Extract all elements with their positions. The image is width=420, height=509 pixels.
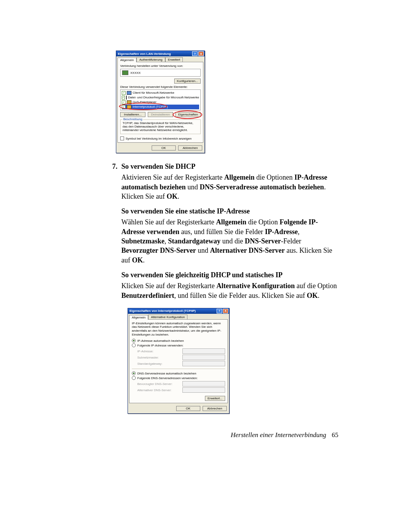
step-number: 7. bbox=[109, 162, 117, 171]
paragraph: Aktivieren Sie auf der Registerkarte All… bbox=[121, 173, 338, 201]
section-heading: So verwenden Sie eine statische IP-Adres… bbox=[121, 206, 338, 216]
dns2-field bbox=[182, 387, 225, 393]
window-title: Eigenschaften von LAN-Verbindung bbox=[118, 52, 191, 56]
tab-panel: Verbindung herstellen unter Verwendung v… bbox=[117, 62, 203, 143]
footer-text: Herstellen einer Internetverbindung bbox=[231, 431, 326, 439]
tcpip-properties-dialog: Eigenschaften von Internetprotokoll (TCP… bbox=[128, 308, 229, 414]
list-item[interactable]: ✓ Datei- und Druckerfreigabe für Microso… bbox=[122, 95, 199, 100]
checkbox-icon[interactable]: ✓ bbox=[122, 105, 126, 109]
tab-allgemein[interactable]: Allgemein bbox=[129, 315, 148, 320]
radio-icon[interactable] bbox=[132, 343, 136, 347]
ok-button[interactable]: OK bbox=[152, 145, 176, 150]
checkbox-icon[interactable]: ✓ bbox=[122, 96, 125, 100]
help-button[interactable]: ? bbox=[192, 51, 198, 56]
adapter-box: XXXXX bbox=[120, 69, 201, 77]
list-item[interactable]: ✓ Client für Microsoft-Netzwerke bbox=[122, 91, 199, 95]
titlebar: Eigenschaften von Internetprotokoll (TCP… bbox=[128, 308, 229, 314]
close-button[interactable]: X bbox=[223, 309, 228, 313]
tab-erweitert[interactable]: Erweitert bbox=[165, 57, 183, 62]
page-footer: Herstellen einer Internetverbindung 65 bbox=[231, 431, 338, 439]
cancel-button[interactable]: Abbrechen bbox=[178, 145, 202, 150]
list-item-tcpip[interactable]: ✓ Internetprotokoll (TCP/IP) bbox=[122, 105, 199, 109]
nic-icon bbox=[122, 70, 128, 75]
protocol-icon bbox=[127, 105, 131, 109]
ok-button[interactable]: OK bbox=[176, 406, 200, 411]
tab-alt-config[interactable]: Alternative Konfiguration bbox=[148, 315, 187, 319]
show-icon-option[interactable]: Symbol bei Verbindung im Infobereich anz… bbox=[120, 136, 201, 140]
radio-manual-dns[interactable]: Folgende DNS-Serveradressen verwenden: bbox=[132, 376, 225, 380]
label-dns2: Alternativer DNS-Server: bbox=[137, 388, 180, 392]
section-heading: So verwenden Sie gleichzeitig DHCP und s… bbox=[121, 270, 338, 280]
label-ip: IP-Adresse: bbox=[137, 350, 180, 353]
intro-text: IP-Einstellungen können automatisch zuge… bbox=[132, 322, 225, 336]
subnet-field bbox=[182, 355, 225, 360]
radio-auto-dns[interactable]: DNS-Serveradresse automatisch beziehen bbox=[132, 371, 225, 375]
titlebar: Eigenschaften von LAN-Verbindung ? X bbox=[116, 51, 205, 56]
list-item[interactable]: ✓ QoS-Paketplaner bbox=[122, 100, 199, 105]
share-icon bbox=[126, 96, 127, 100]
advanced-button[interactable]: Erweitert... bbox=[205, 396, 225, 401]
adapter-name: XXXXX bbox=[130, 71, 141, 75]
radio-icon[interactable] bbox=[132, 376, 136, 380]
checkbox-icon[interactable] bbox=[120, 136, 124, 140]
label-dns1: Bevorzugter DNS-Server: bbox=[137, 382, 180, 386]
radio-icon[interactable] bbox=[132, 339, 136, 343]
configure-button[interactable]: Konfigurieren... bbox=[174, 79, 201, 84]
qos-icon bbox=[127, 100, 131, 104]
client-icon bbox=[127, 91, 131, 95]
close-button[interactable]: X bbox=[198, 51, 204, 56]
uninstall-button[interactable]: Deinstallieren bbox=[148, 112, 173, 117]
connect-using-label: Verbindung herstellen unter Verwendung v… bbox=[120, 64, 201, 68]
window-title: Eigenschaften von Internetprotokoll (TCP… bbox=[130, 309, 216, 313]
tab-allgemein[interactable]: Allgemein bbox=[117, 58, 136, 62]
lan-properties-dialog: Eigenschaften von LAN-Verbindung ? X All… bbox=[116, 51, 205, 153]
label-mask: Subnetzmaske: bbox=[137, 356, 180, 359]
radio-icon[interactable] bbox=[132, 371, 136, 375]
radio-manual-ip[interactable]: Folgende IP-Adresse verwenden: bbox=[132, 343, 225, 347]
ip-field bbox=[182, 348, 225, 354]
checkbox-icon[interactable]: ✓ bbox=[122, 100, 126, 104]
elements-list[interactable]: ✓ Client für Microsoft-Netzwerke ✓ Datei… bbox=[120, 89, 201, 110]
cancel-button[interactable]: Abbrechen bbox=[203, 406, 227, 411]
tab-panel: IP-Einstellungen können automatisch zuge… bbox=[129, 319, 228, 403]
paragraph: Klicken Sie auf der Registerkarte Altern… bbox=[121, 281, 338, 300]
step-title: So verwenden Sie DHCP bbox=[121, 162, 338, 171]
paragraph: Wählen Sie auf der Registerkarte Allgeme… bbox=[121, 217, 338, 264]
description-text: TCP/IP, das Standardprotokoll für WAN-Ne… bbox=[122, 121, 198, 132]
gateway-field bbox=[182, 361, 225, 366]
page-number: 65 bbox=[332, 431, 338, 439]
tab-bar: Allgemein Alternative Konfiguration bbox=[128, 314, 229, 319]
help-button[interactable]: ? bbox=[217, 309, 222, 313]
properties-button[interactable]: Eigenschaften bbox=[175, 112, 201, 117]
install-button[interactable]: Installieren... bbox=[120, 112, 145, 117]
radio-auto-ip[interactable]: IP-Adresse automatisch beziehen bbox=[132, 339, 225, 343]
elements-label: Diese Verbindung verwendet folgende Elem… bbox=[120, 85, 201, 89]
tab-bar: Allgemein Authentifizierung Erweitert bbox=[116, 56, 205, 62]
description-group: Beschreibung TCP/IP, das Standardprotoko… bbox=[120, 119, 201, 134]
dns1-field bbox=[182, 381, 225, 387]
checkbox-icon[interactable]: ✓ bbox=[122, 91, 126, 95]
description-legend: Beschreibung bbox=[122, 117, 143, 121]
divider bbox=[132, 369, 225, 369]
label-gateway: Standardgateway: bbox=[137, 362, 180, 366]
tab-auth[interactable]: Authentifizierung bbox=[136, 57, 165, 62]
